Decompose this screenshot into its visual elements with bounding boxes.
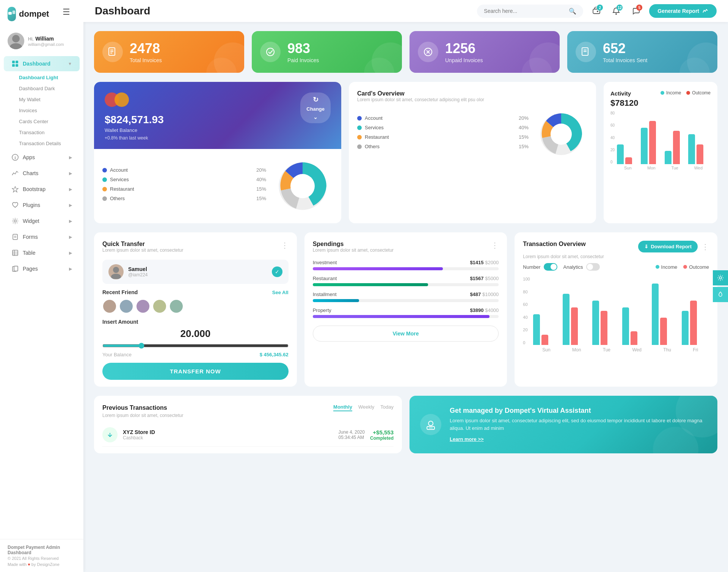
x-circle-icon — [418, 42, 438, 62]
pt-tab-monthly[interactable]: Monthly — [333, 404, 352, 411]
spending-amount-restaurant: $1567 $5000 — [470, 276, 499, 281]
view-more-button[interactable]: View More — [313, 326, 499, 342]
previous-transactions-panel: Previous Transactions Monthly Weekly Tod… — [94, 396, 402, 453]
stat-value-unpaid: 1256 — [445, 41, 483, 56]
sidebar-item-apps[interactable]: i Apps ▶ — [4, 150, 80, 165]
spending-property-header: Property $3890 $4000 — [313, 307, 499, 313]
sidebar-item-charts[interactable]: Charts ▶ — [4, 166, 80, 181]
svg-rect-1 — [13, 11, 15, 14]
bell-notification-btn[interactable]: 12 — [609, 4, 623, 18]
co-inner: Account 20% Services 40% — [102, 156, 333, 216]
invoice-sent-icon — [576, 42, 596, 62]
to-title-group: Transaction Overview — [523, 241, 585, 248]
generate-report-button[interactable]: Generate Report — [649, 4, 717, 18]
spendings-more-icon[interactable]: ⋮ — [491, 241, 499, 250]
number-toggle[interactable] — [544, 263, 557, 271]
outcome-bar-to-thu — [660, 318, 667, 345]
co-row2-account: Account 20% — [357, 115, 529, 121]
header: Dashboard 🔍 2 12 5 Generate Report — [83, 0, 728, 22]
spending-total-property: $4000 — [485, 307, 499, 313]
subnav-transaction[interactable]: Transaction — [11, 127, 83, 138]
qt-contact: Samuel @iam224 ✓ — [102, 260, 289, 284]
download-report-button[interactable]: ⇓ Download Report — [638, 241, 698, 252]
sidebar-label-plugins: Plugins — [23, 202, 69, 208]
spending-bar-bg-restaurant — [313, 283, 499, 286]
user-greeting: Hi, William — [28, 35, 64, 42]
subnav-cards-center[interactable]: Cards Center — [11, 116, 83, 127]
friends-avatars — [102, 299, 289, 313]
co-legend: Account 20% Services 40% — [102, 167, 266, 205]
chevron-right-icon3: ▶ — [69, 187, 72, 192]
friend-avatar-1 — [102, 299, 117, 313]
wallet-notification-btn[interactable]: 2 — [589, 4, 604, 18]
pt-tab-weekly[interactable]: Weekly — [358, 404, 374, 411]
co-dot2-others — [357, 144, 362, 149]
y-axis-to: 100 80 60 40 20 0 — [523, 277, 531, 345]
cards-overview-panel: Card's Overview Lorem ipsum dolor sit am… — [349, 82, 596, 223]
income-dot-to — [656, 265, 659, 269]
pt-transaction-icon — [102, 427, 118, 442]
stat-info-sent: 652 Total Invoices Sent — [603, 41, 648, 63]
wallet-change: +0.8% than last week — [105, 135, 164, 141]
subnav-dashboard-dark[interactable]: Dashboard Dark — [11, 83, 83, 94]
x-axis-to: Sun Mon Tue Wed Thu Fri — [532, 347, 709, 353]
pt-header: Previous Transactions Monthly Weekly Tod… — [102, 404, 394, 411]
gear-icon — [11, 217, 19, 225]
spending-investment-header: Investment $1415 $2000 — [313, 260, 499, 265]
stat-value-sent: 652 — [603, 41, 648, 56]
activity-title: Activity — [610, 90, 631, 97]
spending-restaurant-header: Restaurant $1567 $5000 — [313, 276, 499, 281]
sidebar-item-bootstrap[interactable]: Bootstrap ▶ — [4, 182, 80, 197]
to-controls: Number Analytics Inc — [523, 263, 709, 271]
logo-icon — [8, 7, 16, 21]
subnav-my-wallet[interactable]: My Wallet — [11, 94, 83, 105]
to-bar-mon — [563, 294, 588, 345]
outcome-dot-to — [683, 265, 687, 269]
sidebar-item-dashboard[interactable]: Dashboard ▼ — [4, 56, 80, 71]
your-balance-label: Your Balance — [102, 352, 132, 357]
to-more-icon[interactable]: ⋮ — [701, 242, 709, 251]
bar-group-wed — [688, 134, 710, 164]
avatar — [8, 33, 24, 49]
income-bar-sun — [617, 144, 624, 164]
subnav-invoices[interactable]: Invoices — [11, 105, 83, 116]
wallet-change-button[interactable]: ↻ Change ⌄ — [300, 92, 331, 123]
analytics-toggle[interactable] — [586, 263, 600, 271]
sidebar-item-table[interactable]: Table ▶ — [4, 245, 80, 260]
co-title: Card's Overview — [357, 90, 588, 97]
outcome-bar-sun — [625, 157, 632, 164]
stat-label-total: Total Invoices — [130, 57, 162, 63]
va-description: Lorem ipsum dolor sit amet, consectetur … — [450, 417, 707, 432]
pt-transaction-date: June 4, 2020 05:34:45 AM — [339, 429, 365, 440]
pt-tab-today[interactable]: Today — [380, 404, 394, 411]
subnav-transaction-details[interactable]: Transaction Details — [11, 138, 83, 149]
qt-avatar — [108, 264, 124, 279]
svg-point-24 — [615, 13, 617, 15]
outcome-bar-to-sun — [541, 335, 548, 345]
theme-float-button[interactable] — [713, 287, 728, 302]
more-options-icon[interactable]: ⋮ — [281, 241, 289, 250]
sidebar-item-forms[interactable]: Forms ▶ — [4, 229, 80, 244]
co-label-account: Account — [102, 167, 128, 173]
hamburger-menu[interactable]: ☰ — [55, 7, 78, 21]
outcome-bar-to-mon — [571, 307, 578, 345]
qt-contact-name: Samuel — [128, 266, 148, 272]
search-input[interactable] — [484, 8, 566, 14]
sidebar-item-plugins[interactable]: Plugins ▶ — [4, 197, 80, 213]
chat-notification-btn[interactable]: 5 — [629, 4, 643, 18]
sidebar-item-widget[interactable]: Widget ▶ — [4, 213, 80, 229]
see-all-link[interactable]: See All — [272, 290, 289, 295]
spending-bar-bg-investment — [313, 267, 499, 270]
svg-rect-0 — [8, 12, 12, 15]
toggle-knob-analytics — [587, 264, 593, 270]
pt-title: Previous Transactions — [102, 404, 167, 411]
sidebar-item-pages[interactable]: Pages ▶ — [4, 261, 80, 276]
stat-label-paid: Paid Invoices — [287, 57, 319, 63]
svg-point-40 — [113, 267, 119, 273]
transfer-now-button[interactable]: TRANSFER NOW — [102, 363, 289, 380]
settings-float-button[interactable] — [713, 270, 728, 285]
amount-slider[interactable] — [102, 343, 289, 349]
subnav-dashboard-light[interactable]: Dashboard Light — [11, 72, 83, 83]
va-learn-more-link[interactable]: Learn more >> — [450, 436, 484, 442]
outcome-bar-to-fri — [690, 301, 697, 345]
